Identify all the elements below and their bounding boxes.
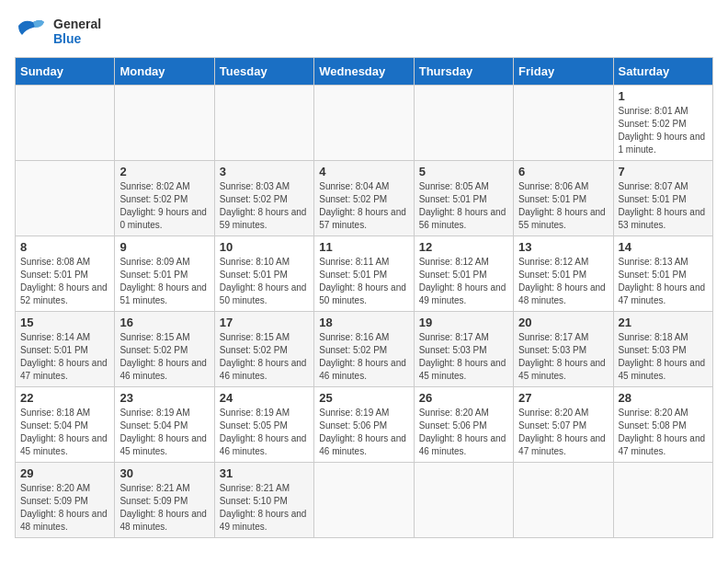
day-number: 11 <box>319 240 408 254</box>
day-info: Sunrise: 8:05 AM Sunset: 5:01 PM Dayligh… <box>419 180 508 232</box>
day-info: Sunrise: 8:17 AM Sunset: 5:03 PM Dayligh… <box>518 331 608 383</box>
calendar-cell: 8 Sunrise: 8:08 AM Sunset: 5:01 PM Dayli… <box>16 236 115 312</box>
col-header-friday: Friday <box>514 58 613 86</box>
calendar-cell: 25 Sunrise: 8:19 AM Sunset: 5:06 PM Dayl… <box>314 387 414 463</box>
day-number: 21 <box>619 316 708 329</box>
day-info: Sunrise: 8:12 AM Sunset: 5:01 PM Dayligh… <box>518 256 608 307</box>
day-info: Sunrise: 8:19 AM Sunset: 5:06 PM Dayligh… <box>319 407 408 458</box>
day-number: 8 <box>20 240 109 254</box>
logo-text-general: General <box>53 17 101 31</box>
calendar-cell <box>613 463 712 538</box>
calendar-cell: 1 Sunrise: 8:01 AM Sunset: 5:02 PM Dayli… <box>613 86 712 161</box>
week-row-2: 2 Sunrise: 8:02 AM Sunset: 5:02 PM Dayli… <box>16 161 713 236</box>
calendar-header-row: SundayMondayTuesdayWednesdayThursdayFrid… <box>16 58 713 86</box>
day-number: 9 <box>119 240 209 254</box>
week-row-5: 22 Sunrise: 8:18 AM Sunset: 5:04 PM Dayl… <box>16 387 713 463</box>
day-number: 17 <box>220 316 309 329</box>
calendar-cell: 31 Sunrise: 8:21 AM Sunset: 5:10 PM Dayl… <box>214 463 313 538</box>
week-row-6: 29 Sunrise: 8:20 AM Sunset: 5:09 PM Dayl… <box>16 463 713 538</box>
calendar-cell: 23 Sunrise: 8:19 AM Sunset: 5:04 PM Dayl… <box>115 387 214 463</box>
calendar-cell <box>414 463 513 538</box>
day-number: 3 <box>220 165 309 178</box>
day-number: 16 <box>119 316 209 329</box>
day-info: Sunrise: 8:01 AM Sunset: 5:02 PM Dayligh… <box>619 105 708 156</box>
day-info: Sunrise: 8:03 AM Sunset: 5:02 PM Dayligh… <box>220 180 309 232</box>
calendar-cell: 17 Sunrise: 8:15 AM Sunset: 5:02 PM Dayl… <box>214 312 313 387</box>
week-row-1: 1 Sunrise: 8:01 AM Sunset: 5:02 PM Dayli… <box>16 86 713 161</box>
calendar-cell: 12 Sunrise: 8:12 AM Sunset: 5:01 PM Dayl… <box>414 236 513 312</box>
day-number: 23 <box>119 391 209 405</box>
calendar-cell: 21 Sunrise: 8:18 AM Sunset: 5:03 PM Dayl… <box>613 312 712 387</box>
calendar-cell <box>514 86 613 161</box>
calendar-cell <box>314 463 414 538</box>
calendar-cell: 29 Sunrise: 8:20 AM Sunset: 5:09 PM Dayl… <box>16 463 115 538</box>
logo-bird-icon <box>15 15 48 48</box>
day-info: Sunrise: 8:19 AM Sunset: 5:04 PM Dayligh… <box>119 407 209 458</box>
day-info: Sunrise: 8:18 AM Sunset: 5:03 PM Dayligh… <box>619 331 708 383</box>
day-info: Sunrise: 8:18 AM Sunset: 5:04 PM Dayligh… <box>20 407 109 458</box>
day-number: 1 <box>619 89 708 103</box>
calendar-cell: 11 Sunrise: 8:11 AM Sunset: 5:01 PM Dayl… <box>314 236 414 312</box>
day-info: Sunrise: 8:08 AM Sunset: 5:01 PM Dayligh… <box>20 256 109 307</box>
day-number: 22 <box>20 391 109 405</box>
calendar-cell: 28 Sunrise: 8:20 AM Sunset: 5:08 PM Dayl… <box>613 387 712 463</box>
day-number: 24 <box>220 391 309 405</box>
calendar-cell <box>314 86 414 161</box>
calendar-cell: 24 Sunrise: 8:19 AM Sunset: 5:05 PM Dayl… <box>214 387 313 463</box>
page-header: General Blue <box>15 15 713 48</box>
calendar-cell: 30 Sunrise: 8:21 AM Sunset: 5:09 PM Dayl… <box>115 463 214 538</box>
day-info: Sunrise: 8:15 AM Sunset: 5:02 PM Dayligh… <box>119 331 209 383</box>
calendar-cell <box>16 86 115 161</box>
day-number: 14 <box>619 240 708 254</box>
calendar-cell <box>115 86 214 161</box>
calendar-cell: 27 Sunrise: 8:20 AM Sunset: 5:07 PM Dayl… <box>514 387 613 463</box>
day-number: 26 <box>419 391 508 405</box>
day-number: 5 <box>419 165 508 178</box>
day-number: 25 <box>319 391 408 405</box>
day-info: Sunrise: 8:07 AM Sunset: 5:01 PM Dayligh… <box>619 180 708 232</box>
calendar-cell: 15 Sunrise: 8:14 AM Sunset: 5:01 PM Dayl… <box>16 312 115 387</box>
col-header-saturday: Saturday <box>613 58 712 86</box>
day-info: Sunrise: 8:19 AM Sunset: 5:05 PM Dayligh… <box>220 407 309 458</box>
day-number: 4 <box>319 165 408 178</box>
day-info: Sunrise: 8:15 AM Sunset: 5:02 PM Dayligh… <box>220 331 309 383</box>
day-number: 13 <box>518 240 608 254</box>
day-number: 27 <box>518 391 608 405</box>
day-number: 2 <box>119 165 209 178</box>
day-number: 30 <box>119 466 209 480</box>
calendar-cell: 3 Sunrise: 8:03 AM Sunset: 5:02 PM Dayli… <box>214 161 313 236</box>
day-number: 15 <box>20 316 109 329</box>
day-info: Sunrise: 8:14 AM Sunset: 5:01 PM Dayligh… <box>20 331 109 383</box>
calendar-cell: 4 Sunrise: 8:04 AM Sunset: 5:02 PM Dayli… <box>314 161 414 236</box>
day-number: 31 <box>220 466 309 480</box>
calendar-cell <box>16 161 115 236</box>
logo: General Blue <box>15 15 101 48</box>
day-info: Sunrise: 8:06 AM Sunset: 5:01 PM Dayligh… <box>518 180 608 232</box>
calendar-cell: 6 Sunrise: 8:06 AM Sunset: 5:01 PM Dayli… <box>514 161 613 236</box>
calendar-cell: 7 Sunrise: 8:07 AM Sunset: 5:01 PM Dayli… <box>613 161 712 236</box>
col-header-thursday: Thursday <box>414 58 513 86</box>
calendar-cell: 19 Sunrise: 8:17 AM Sunset: 5:03 PM Dayl… <box>414 312 513 387</box>
day-info: Sunrise: 8:21 AM Sunset: 5:10 PM Dayligh… <box>220 482 309 534</box>
day-number: 7 <box>619 165 708 178</box>
day-number: 18 <box>319 316 408 329</box>
day-number: 29 <box>20 466 109 480</box>
day-info: Sunrise: 8:09 AM Sunset: 5:01 PM Dayligh… <box>119 256 209 307</box>
calendar-cell: 13 Sunrise: 8:12 AM Sunset: 5:01 PM Dayl… <box>514 236 613 312</box>
day-info: Sunrise: 8:10 AM Sunset: 5:01 PM Dayligh… <box>220 256 309 307</box>
calendar-cell <box>514 463 613 538</box>
day-number: 6 <box>518 165 608 178</box>
calendar-cell: 26 Sunrise: 8:20 AM Sunset: 5:06 PM Dayl… <box>414 387 513 463</box>
col-header-monday: Monday <box>115 58 214 86</box>
calendar-cell: 5 Sunrise: 8:05 AM Sunset: 5:01 PM Dayli… <box>414 161 513 236</box>
calendar-cell: 20 Sunrise: 8:17 AM Sunset: 5:03 PM Dayl… <box>514 312 613 387</box>
day-number: 20 <box>518 316 608 329</box>
calendar-cell: 10 Sunrise: 8:10 AM Sunset: 5:01 PM Dayl… <box>214 236 313 312</box>
day-number: 28 <box>619 391 708 405</box>
calendar-table: SundayMondayTuesdayWednesdayThursdayFrid… <box>15 57 713 538</box>
col-header-sunday: Sunday <box>16 58 115 86</box>
day-info: Sunrise: 8:13 AM Sunset: 5:01 PM Dayligh… <box>619 256 708 307</box>
day-info: Sunrise: 8:20 AM Sunset: 5:09 PM Dayligh… <box>20 482 109 534</box>
calendar-cell: 18 Sunrise: 8:16 AM Sunset: 5:02 PM Dayl… <box>314 312 414 387</box>
col-header-tuesday: Tuesday <box>214 58 313 86</box>
